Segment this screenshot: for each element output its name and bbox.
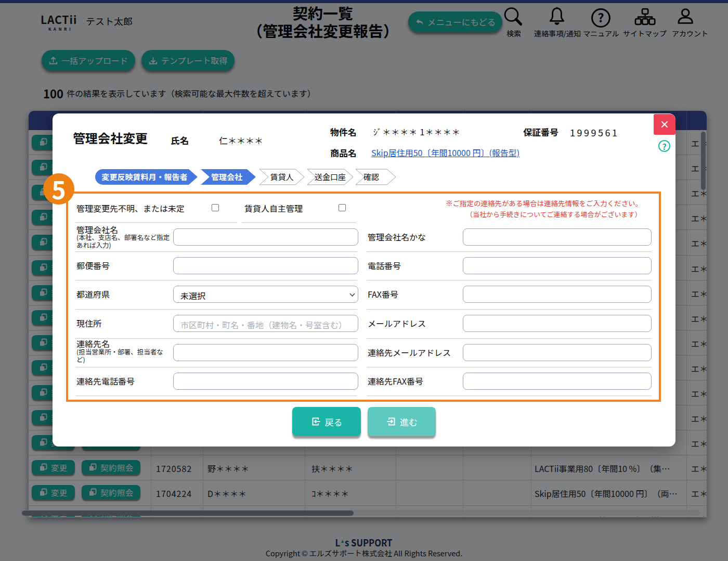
svg-text:変更反映賃料月・報告者: 変更反映賃料月・報告者 — [101, 171, 187, 182]
svg-text:確認: 確認 — [363, 171, 379, 182]
svg-text:賃貸人: 賃貸人 — [270, 171, 293, 182]
svg-text:管理会社: 管理会社 — [211, 171, 242, 182]
svg-text:送金口座: 送金口座 — [315, 171, 346, 182]
